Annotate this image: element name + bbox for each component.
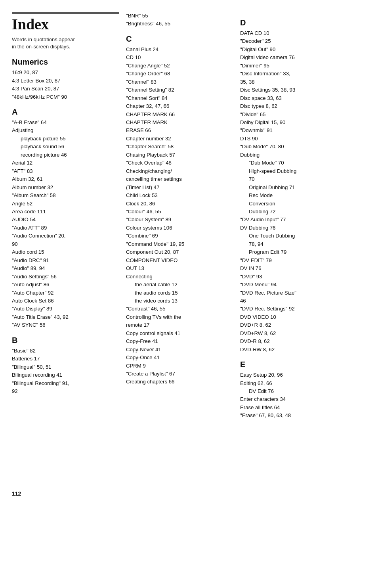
list-item: Controlling TVs with theremote 17: [126, 313, 233, 329]
index-title: Index: [12, 12, 119, 33]
list-item: CHAPTER MARK 66: [126, 111, 233, 119]
list-item: Disc Settings 35, 38, 93: [240, 86, 347, 94]
list-item: "A-B Erase" 64: [12, 119, 119, 126]
list-item: AUDIO 54: [12, 216, 119, 224]
list-item: Dolby Digital 15, 90: [240, 119, 347, 126]
page-number: 112: [12, 490, 119, 497]
list-item: "Contrast" 46, 55: [126, 305, 233, 313]
list-item: Enter characters 34: [240, 395, 347, 403]
list-item: Disc types 8, 62: [240, 102, 347, 110]
list-item: DVD-R 8, 62: [240, 337, 347, 345]
list-item: "Audio ATT" 89: [12, 224, 119, 232]
list-item: "AFT" 83: [12, 167, 119, 175]
list-item: "Bilingual" 50, 51: [12, 363, 119, 371]
list-item: "DV Audio Input" 77: [240, 216, 347, 224]
list-item: 4:3 Letter Box 20, 87: [12, 77, 119, 85]
list-item: "Basic" 82: [12, 347, 119, 355]
list-item: DTS 90: [240, 135, 347, 143]
section-d: D: [240, 18, 347, 27]
section-c: C: [126, 34, 233, 44]
list-item: "Divide" 65: [240, 111, 347, 119]
list-item: "Chapter Search" 58: [126, 143, 233, 151]
list-item: "Dimmer" 95: [240, 62, 347, 70]
list-item: CPRM 9: [126, 362, 233, 370]
list-item: Program Edit 79: [240, 248, 347, 256]
list-item: "Decoder" 25: [240, 37, 347, 45]
list-item: "Album Search" 58: [12, 192, 119, 199]
list-item: Digital video camera 76: [240, 54, 347, 61]
list-item: "Colour System" 89: [126, 216, 233, 224]
list-item: "Channel Sort" 84: [126, 94, 233, 102]
list-item: Area code 111: [12, 208, 119, 216]
list-item: Chapter 32, 47, 66: [126, 102, 233, 110]
list-item: Easy Setup 20, 96: [240, 371, 347, 379]
list-item: Colour systems 106: [126, 224, 233, 232]
list-item: Copy-Free 41: [126, 337, 233, 345]
list-item: "DVD Rec. Settings" 92: [240, 305, 347, 313]
index-subtitle: Words in quotations appearin the on-scre…: [12, 36, 119, 50]
list-item: Canal Plus 24: [126, 46, 233, 54]
list-item: Connecting: [126, 273, 233, 281]
list-item: "Colour" 46, 55: [126, 208, 233, 216]
list-item: DV Dubbing 76: [240, 224, 347, 232]
list-item: "Channel" 83: [126, 78, 233, 86]
list-item: Auto Clock Set 86: [12, 297, 119, 305]
list-item: "Create a Playlist" 67: [126, 370, 233, 378]
list-item: DV IN 76: [240, 264, 347, 272]
list-item: "DVD Rec. Picture Size"46: [240, 289, 347, 305]
list-item: Dubbing: [240, 151, 347, 159]
section-b: B: [12, 336, 119, 345]
list-item: Creating chapters 66: [126, 378, 233, 386]
list-item: "BNR" 55: [126, 12, 233, 20]
list-item: Album 32, 61: [12, 175, 119, 183]
list-item: Disc space 33, 63: [240, 94, 347, 102]
column-3: D DATA CD 10 "Decoder" 25 "Digital Out" …: [240, 12, 347, 497]
list-item: Copy control signals 41: [126, 329, 233, 337]
list-item: Album number 32: [12, 184, 119, 192]
list-item: recording picture 46: [12, 151, 119, 159]
list-item: "Auto Chapter" 92: [12, 289, 119, 297]
list-item: DVD VIDEO 10: [240, 313, 347, 321]
list-item: "Disc Information" 33,35, 38: [240, 70, 347, 86]
list-item: Child Lock 53: [126, 192, 233, 199]
list-item: High-speed Dubbing70: [240, 167, 347, 184]
list-item: 4:3 Pan Scan 20, 87: [12, 85, 119, 93]
list-item: "Brightness" 46, 55: [126, 20, 233, 28]
list-item: "Audio Connection" 20,90: [12, 232, 119, 248]
list-item: Copy-Never 41: [126, 346, 233, 354]
list-item: the aerial cable 12: [126, 281, 233, 289]
list-item: Audio cord 15: [12, 248, 119, 256]
list-item: One Touch Dubbing78, 94: [240, 232, 347, 248]
list-item: "Auto Title Erase" 43, 92: [12, 313, 119, 321]
list-item: Adjusting: [12, 126, 119, 134]
list-item: Checking/changing/cancelling timer setti…: [126, 167, 233, 192]
list-item: "Auto Adjust" 86: [12, 281, 119, 289]
list-item: "Combine" 69: [126, 232, 233, 240]
list-item: "Audio Settings" 56: [12, 273, 119, 281]
list-item: Clock 20, 86: [126, 200, 233, 208]
list-item: playback picture 55: [12, 135, 119, 143]
list-item: DATA CD 10: [240, 29, 347, 37]
list-item: playback sound 56: [12, 143, 119, 151]
section-numerics: Numerics: [12, 57, 119, 67]
list-item: "Dub Mode" 70, 80: [240, 143, 347, 151]
list-item: "DV EDIT" 79: [240, 257, 347, 264]
list-item: the video cords 13: [126, 297, 233, 305]
list-item: DVD+R 8, 62: [240, 321, 347, 329]
list-item: "Auto Display" 89: [12, 305, 119, 313]
list-item: "Audio DRC" 91: [12, 257, 119, 264]
list-item: "Downmix" 91: [240, 126, 347, 134]
list-item: Batteries 17: [12, 355, 119, 363]
list-item: Copy-Once 41: [126, 354, 233, 362]
list-item: DVD-RW 8, 62: [240, 346, 347, 354]
list-item: "Bilingual Recording" 91,92: [12, 379, 119, 396]
list-item: Aerial 12: [12, 159, 119, 167]
list-item: Bilingual recording 41: [12, 371, 119, 379]
list-item: "Digital Out" 90: [240, 46, 347, 54]
list-item: Rec ModeConversionDubbing 72: [240, 192, 347, 216]
list-item: COMPONENT VIDEOOUT 13: [126, 257, 233, 273]
list-item: Editing 62, 66: [240, 379, 347, 387]
section-a: A: [12, 107, 119, 117]
list-item: "Command Mode" 19, 95: [126, 240, 233, 248]
list-item: "Erase" 67, 80, 63, 48: [240, 412, 347, 419]
